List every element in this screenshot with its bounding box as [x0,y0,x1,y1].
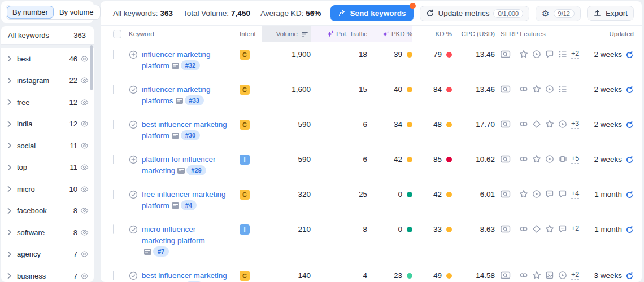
keyword-link[interactable]: influencer marketing platforms#33 [142,84,240,107]
sidebar-item-facebook[interactable]: facebook 8 [1,200,94,222]
column-pkd[interactable]: PKD % [367,26,412,42]
keyword-link[interactable]: best influencer marketing platform#30 [142,119,240,142]
intent-badge[interactable]: C [240,120,250,130]
eye-icon[interactable] [80,228,89,237]
keyword-link[interactable]: best influencer marketing platforms#11 [142,270,240,282]
column-volume[interactable]: Volume [262,26,311,42]
serp-more-badge[interactable]: +4 [571,190,579,199]
added-keyword-icon[interactable] [129,120,138,129]
column-pot-traffic[interactable]: Pot. Traffic [311,26,367,42]
added-keyword-icon[interactable] [129,85,138,94]
refresh-icon[interactable] [625,121,634,129]
serp-more-badge[interactable]: +5 [571,155,579,164]
keyword-link[interactable]: influencer marketing platform#32 [142,49,240,72]
serp-preview-icon[interactable] [501,85,511,94]
refresh-icon[interactable] [625,272,634,280]
intent-badge[interactable]: C [240,190,250,200]
added-keyword-icon[interactable] [129,225,138,234]
settings-button[interactable]: ⚙ 9/12 [536,6,581,21]
serp-snapshot-icon[interactable] [172,202,179,209]
eye-icon[interactable] [80,272,89,280]
refresh-icon[interactable] [625,51,634,59]
eye-icon[interactable] [80,142,89,150]
serp-snapshot-icon[interactable] [144,249,151,255]
eye-icon[interactable] [80,98,89,107]
added-keyword-icon[interactable] [129,190,138,199]
sidebar-item-india[interactable]: india 12 [1,113,94,135]
toggle-by-number[interactable]: By number [7,6,54,19]
sidebar-item-agency[interactable]: agency 7 [1,244,94,266]
serp-preview-icon[interactable] [501,155,511,164]
column-serp-features[interactable]: SERP Features [495,26,590,42]
serp-snapshot-icon[interactable] [172,63,179,69]
position-badge[interactable]: #4 [181,200,197,210]
eye-icon[interactable] [80,163,89,171]
refresh-icon[interactable] [625,191,634,199]
row-checkbox[interactable] [113,50,114,59]
eye-icon[interactable] [80,76,89,85]
position-badge[interactable]: #30 [181,130,200,140]
eye-icon[interactable] [80,55,89,63]
serp-more-badge[interactable]: +2 [571,50,579,59]
sidebar-item-instagram[interactable]: instagram 22 [1,70,94,92]
column-updated[interactable]: Updated [590,26,634,42]
serp-preview-icon[interactable] [501,224,511,233]
sidebar-item-best[interactable]: best 46 [1,48,94,70]
serp-more-badge[interactable]: +2 [571,271,579,280]
serp-preview-icon[interactable] [501,190,511,199]
column-cpc[interactable]: CPC (USD) [452,26,495,42]
sidebar-item-free[interactable]: free 12 [1,91,94,113]
toggle-by-volume[interactable]: By volume [54,6,99,19]
row-checkbox[interactable] [113,85,114,94]
export-button[interactable]: Export [587,6,634,21]
serp-more-badge[interactable]: +3 [571,120,579,129]
intent-badge[interactable]: I [240,224,250,235]
position-badge[interactable]: #33 [185,95,204,105]
sidebar-item-social[interactable]: social 11 [1,135,94,157]
row-checkbox[interactable] [113,224,114,234]
serp-preview-icon[interactable] [501,271,511,280]
eye-icon[interactable] [80,120,89,128]
intent-badge[interactable]: C [240,85,250,95]
refresh-icon[interactable] [625,156,634,164]
sidebar-item-micro[interactable]: micro 10 [1,178,94,200]
keyword-link[interactable]: platform for influencer marketing#29 [142,154,240,177]
sidebar-scrollbar[interactable] [90,45,93,90]
select-all-checkbox[interactable] [113,30,121,38]
column-kd[interactable]: KD % [412,26,452,42]
column-keyword[interactable]: Keyword [129,26,240,42]
sidebar-header[interactable]: All keywords 363 [1,26,94,44]
refresh-icon[interactable] [625,226,634,234]
intent-badge[interactable]: C [240,271,250,281]
keyword-link[interactable]: micro influencer marketing platform#7 [142,224,208,258]
sidebar-item-software[interactable]: software 8 [1,222,94,244]
send-keywords-button[interactable]: Send keywords [330,5,414,21]
keyword-link[interactable]: free influencer marketing platform#4 [142,189,240,211]
eye-icon[interactable] [80,250,89,258]
eye-icon[interactable] [80,185,89,193]
update-metrics-button[interactable]: Update metrics 0/1,000 [420,6,530,21]
row-checkbox[interactable] [113,120,114,129]
added-keyword-icon[interactable] [129,271,138,280]
row-checkbox[interactable] [113,271,114,280]
serp-preview-icon[interactable] [501,50,511,59]
column-intent[interactable]: Intent [240,26,262,42]
add-keyword-icon[interactable] [129,155,138,164]
position-badge[interactable]: #29 [186,165,206,175]
position-badge[interactable]: #7 [153,246,169,257]
row-checkbox[interactable] [113,190,114,199]
row-checkbox[interactable] [113,155,114,164]
serp-snapshot-icon[interactable] [172,133,179,139]
eye-icon[interactable] [80,206,89,215]
serp-snapshot-icon[interactable] [176,98,183,104]
sidebar-item-top[interactable]: top 11 [1,157,94,179]
serp-preview-icon[interactable] [501,120,511,129]
intent-badge[interactable]: I [240,155,250,165]
serp-more-badge[interactable]: +2 [571,224,579,233]
serp-snapshot-icon[interactable] [177,168,185,174]
sidebar-item-business[interactable]: business 7 [1,265,94,282]
refresh-icon[interactable] [625,86,634,94]
intent-badge[interactable]: C [240,50,250,60]
position-badge[interactable]: #32 [181,60,200,70]
add-keyword-icon[interactable] [129,50,138,59]
